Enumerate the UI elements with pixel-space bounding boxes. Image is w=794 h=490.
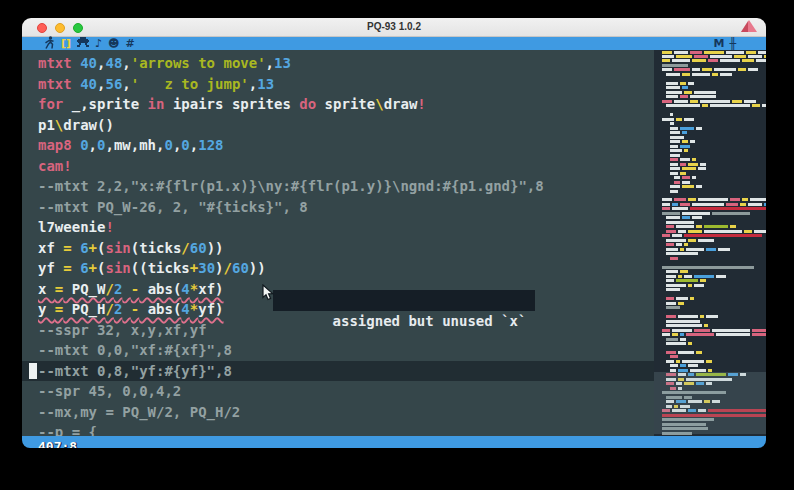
code-line[interactable]: map8 0,0,mw,mh,0,0,128 <box>22 135 654 156</box>
mouse-cursor-icon <box>262 284 275 301</box>
code-line[interactable]: --p = { <box>22 422 654 436</box>
code-line[interactable]: l7weenie! <box>22 217 654 238</box>
editor-main: mtxt 40,48,'arrows to move',13mtxt 40,56… <box>22 50 766 436</box>
code-line[interactable]: --mtxt 2,2,"x:#{flr(p1.x)}\ny:#{flr(p1.y… <box>22 176 654 197</box>
minimap-toggle-icon[interactable]: M <box>713 37 724 50</box>
face-icon[interactable]: ☻ <box>108 37 119 50</box>
code-line[interactable]: yf = 6+(sin((ticks+30)/60)) <box>22 258 654 279</box>
play-triangle-icon[interactable] <box>741 20 757 32</box>
toolbar-right: M ╫ <box>713 37 736 50</box>
window-title: PQ-93 1.0.2 <box>22 18 766 36</box>
minimap[interactable] <box>654 50 766 436</box>
titlebar[interactable]: PQ-93 1.0.2 <box>22 18 766 37</box>
minimap-viewport[interactable] <box>654 372 766 434</box>
editor-tabs: [] ♪ ☻ # <box>44 37 135 50</box>
cursor-position: 407:8 <box>38 440 77 448</box>
code-lines: mtxt 40,48,'arrows to move',13mtxt 40,56… <box>22 53 654 436</box>
code-line[interactable]: mtxt 40,56,' z to jump',13 <box>22 74 654 95</box>
text-cursor <box>29 363 37 379</box>
code-line[interactable]: mtxt 40,48,'arrows to move',13 <box>22 53 654 74</box>
statusbar: 407:8 <box>22 436 766 448</box>
lint-tooltip: assigned but unused `x` <box>273 290 535 311</box>
code-line[interactable]: --mx,my = PQ_W/2, PQ_H/2 <box>22 402 654 423</box>
code-editor[interactable]: mtxt 40,48,'arrows to move',13mtxt 40,56… <box>22 50 654 436</box>
minimap-row <box>654 328 766 332</box>
code-line[interactable]: p1\draw() <box>22 115 654 136</box>
grid-toggle-icon[interactable]: ╫ <box>729 37 736 50</box>
code-line[interactable]: --mtxt PQ_W-26, 2, "#{ticks}", 8 <box>22 197 654 218</box>
desktop: PQ-93 1.0.2 [] ♪ ☻ # M ╫ mtxt 40,48,'arr… <box>0 0 794 490</box>
code-line[interactable]: --spr 45, 0,0,4,2 <box>22 381 654 402</box>
map-editor-icon[interactable]: # <box>126 37 135 50</box>
code-line[interactable]: for _,sprite in ipairs sprites do sprite… <box>22 94 654 115</box>
code-line[interactable]: xf = 6+(sin(ticks/60)) <box>22 238 654 259</box>
sound-editor-icon[interactable]: ♪ <box>95 37 102 50</box>
app-window: PQ-93 1.0.2 [] ♪ ☻ # M ╫ mtxt 40,48,'arr… <box>22 18 766 448</box>
code-line[interactable]: --mtxt 0,8,"yf:#{yf}",8 <box>22 361 654 382</box>
minimap-row <box>654 104 766 108</box>
toolbar: [] ♪ ☻ # M ╫ <box>22 37 766 50</box>
lint-tooltip-text: assigned but unused `x` <box>333 313 527 329</box>
sprite-editor-icon[interactable] <box>77 37 89 50</box>
tab-code-editor[interactable]: [] <box>61 37 71 50</box>
code-line[interactable]: --mtxt 0,0,"xf:#{xf}",8 <box>22 340 654 361</box>
code-line[interactable]: cam! <box>22 156 654 177</box>
